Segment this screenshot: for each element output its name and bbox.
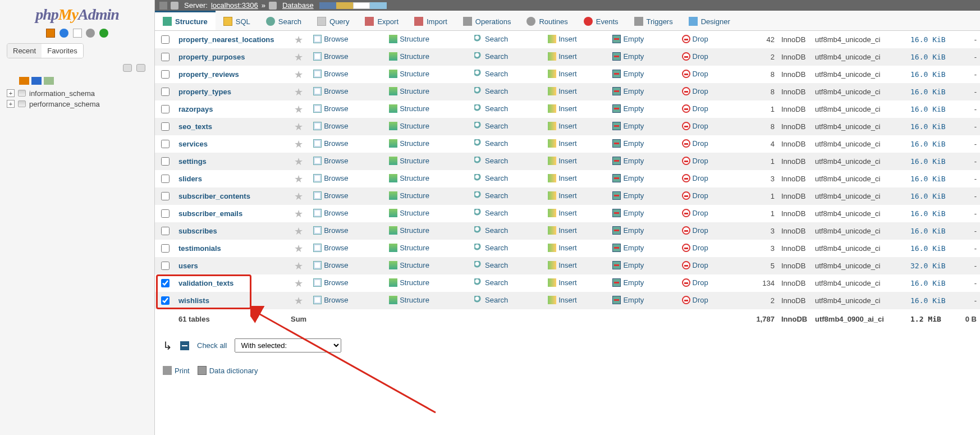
structure-link[interactable]: Structure xyxy=(389,139,429,148)
empty-link[interactable]: Empty xyxy=(612,139,644,148)
chip-3[interactable] xyxy=(353,2,370,9)
table-name-link[interactable]: subscriber_emails xyxy=(178,209,242,218)
table-name-link[interactable]: property_purposes xyxy=(178,53,245,61)
drop-link[interactable]: Drop xyxy=(682,226,708,235)
drop-link[interactable]: Drop xyxy=(682,139,708,148)
table-name-link[interactable]: property_nearest_locations xyxy=(178,35,274,44)
search-link[interactable]: Search xyxy=(474,226,508,235)
search-link[interactable]: Search xyxy=(474,191,508,200)
structure-link[interactable]: Structure xyxy=(389,278,429,287)
favorite-icon[interactable]: ★ xyxy=(294,278,303,289)
structure-link[interactable]: Structure xyxy=(389,226,429,235)
check-all-icon[interactable] xyxy=(180,341,189,350)
browse-link[interactable]: Browse xyxy=(313,104,348,113)
drop-link[interactable]: Drop xyxy=(682,278,708,287)
favorite-icon[interactable]: ★ xyxy=(294,243,303,254)
table-name-link[interactable]: sliders xyxy=(178,175,202,183)
check-all-link[interactable]: Check all xyxy=(197,341,227,350)
favorite-icon[interactable]: ★ xyxy=(294,121,303,132)
drop-link[interactable]: Drop xyxy=(682,157,708,165)
insert-link[interactable]: Insert xyxy=(548,35,577,43)
tab-search[interactable]: Search xyxy=(258,11,309,30)
search-link[interactable]: Search xyxy=(474,87,508,95)
insert-link[interactable]: Insert xyxy=(548,261,577,269)
favorite-icon[interactable]: ★ xyxy=(294,156,303,167)
drop-link[interactable]: Drop xyxy=(682,296,708,304)
row-checkbox[interactable] xyxy=(161,53,170,61)
row-checkbox[interactable] xyxy=(161,122,170,131)
tree-item[interactable]: + performance_schema xyxy=(7,100,150,108)
browse-link[interactable]: Browse xyxy=(313,157,348,165)
reload-icon[interactable] xyxy=(99,29,108,38)
search-link[interactable]: Search xyxy=(474,209,508,217)
browse-link[interactable]: Browse xyxy=(313,70,348,78)
browse-link[interactable]: Browse xyxy=(313,35,348,43)
insert-link[interactable]: Insert xyxy=(548,52,577,61)
empty-link[interactable]: Empty xyxy=(612,191,644,200)
favorite-icon[interactable]: ★ xyxy=(294,295,303,306)
server-link[interactable]: localhost:3306 xyxy=(211,1,258,10)
insert-link[interactable]: Insert xyxy=(548,139,577,148)
search-link[interactable]: Search xyxy=(474,139,508,148)
settings-icon[interactable] xyxy=(86,29,95,38)
collapse-icon[interactable] xyxy=(123,64,132,72)
structure-link[interactable]: Structure xyxy=(389,70,429,78)
structure-link[interactable]: Structure xyxy=(389,174,429,182)
tab-operations[interactable]: Operations xyxy=(455,11,519,30)
table-name-link[interactable]: settings xyxy=(178,157,207,166)
empty-link[interactable]: Empty xyxy=(612,278,644,287)
row-checkbox[interactable] xyxy=(161,70,170,79)
row-checkbox[interactable] xyxy=(161,209,170,218)
row-checkbox[interactable] xyxy=(161,157,170,166)
table-name-link[interactable]: seo_texts xyxy=(178,122,212,131)
browse-link[interactable]: Browse xyxy=(313,278,348,287)
drop-link[interactable]: Drop xyxy=(682,244,708,252)
tab-designer[interactable]: Designer xyxy=(681,11,738,30)
search-link[interactable]: Search xyxy=(474,296,508,304)
browse-link[interactable]: Browse xyxy=(313,87,348,95)
row-checkbox[interactable] xyxy=(161,262,170,270)
nav-arrow-icon[interactable] xyxy=(159,2,167,10)
favorite-icon[interactable]: ★ xyxy=(294,34,303,45)
browse-link[interactable]: Browse xyxy=(313,261,348,269)
table-name-link[interactable]: wishlists xyxy=(178,296,209,305)
table-name-link[interactable]: services xyxy=(178,140,208,148)
structure-link[interactable]: Structure xyxy=(389,261,429,269)
row-checkbox[interactable] xyxy=(161,175,170,183)
structure-link[interactable]: Structure xyxy=(389,87,429,95)
row-checkbox[interactable] xyxy=(161,279,170,287)
insert-link[interactable]: Insert xyxy=(548,174,577,182)
with-selected-select[interactable]: With selected: xyxy=(235,338,341,352)
chip-1[interactable] xyxy=(319,2,336,9)
tab-query[interactable]: Query xyxy=(309,11,357,30)
logo[interactable]: phpMyAdmin xyxy=(4,6,150,24)
empty-link[interactable]: Empty xyxy=(612,296,644,304)
tab-structure[interactable]: Structure xyxy=(155,11,216,30)
tab-import[interactable]: Import xyxy=(406,11,455,30)
insert-link[interactable]: Insert xyxy=(548,122,577,130)
row-checkbox[interactable] xyxy=(161,192,170,200)
row-checkbox[interactable] xyxy=(161,244,170,253)
tab-routines[interactable]: Routines xyxy=(519,11,575,30)
row-checkbox[interactable] xyxy=(161,105,170,113)
drop-link[interactable]: Drop xyxy=(682,35,708,43)
table-name-link[interactable]: razorpays xyxy=(178,105,213,113)
tab-recent[interactable]: Recent xyxy=(7,44,42,58)
search-link[interactable]: Search xyxy=(474,261,508,269)
print-link[interactable]: Print xyxy=(163,366,190,375)
table-name-link[interactable]: users xyxy=(178,262,198,270)
browse-link[interactable]: Browse xyxy=(313,122,348,130)
favorite-icon[interactable]: ★ xyxy=(294,86,303,98)
search-link[interactable]: Search xyxy=(474,174,508,182)
favorite-icon[interactable]: ★ xyxy=(294,173,303,185)
insert-link[interactable]: Insert xyxy=(548,278,577,287)
insert-link[interactable]: Insert xyxy=(548,104,577,113)
expand-icon[interactable]: + xyxy=(7,89,15,97)
tab-sql[interactable]: SQL xyxy=(216,11,258,30)
browse-link[interactable]: Browse xyxy=(313,191,348,200)
empty-link[interactable]: Empty xyxy=(612,70,644,78)
tab-favorites[interactable]: Favorites xyxy=(42,44,83,58)
drop-link[interactable]: Drop xyxy=(682,209,708,217)
home-icon[interactable] xyxy=(46,29,55,38)
insert-link[interactable]: Insert xyxy=(548,157,577,165)
